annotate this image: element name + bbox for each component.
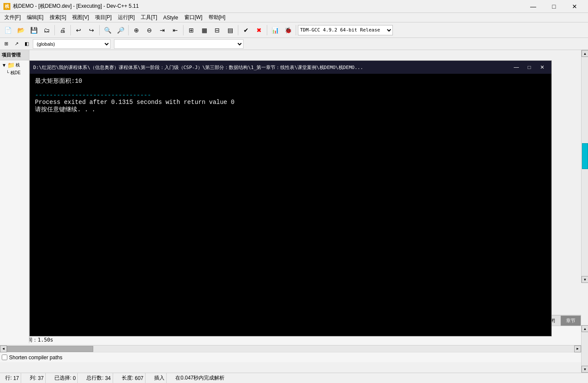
status-sel-label: 已选择: xyxy=(54,374,71,382)
check-icon: ✔ xyxy=(243,27,249,34)
sep2 xyxy=(70,25,71,35)
status-parse-text: 在0.047秒内完成解析 xyxy=(175,374,224,382)
status-total-value: 34 xyxy=(105,375,111,381)
tree-root-label: 栈 xyxy=(16,62,20,68)
project-manager-label: 项目管理 xyxy=(2,52,21,58)
redo-icon: ↪ xyxy=(89,27,94,34)
find-next-button[interactable]: 🔎 xyxy=(114,24,126,36)
title-bar: 栈 栈DEMO - [栈DEMO.dev] - [Executing] - De… xyxy=(0,0,588,13)
print-icon: 🖨 xyxy=(60,27,66,34)
view4-button[interactable]: ▤ xyxy=(224,24,236,36)
tab-chapter[interactable]: 章节 xyxy=(561,316,581,326)
stop-button[interactable]: ✖ xyxy=(253,24,265,36)
menu-item-运行[R][interactable]: 运行[R] xyxy=(115,13,137,22)
scope-select[interactable]: (globals) xyxy=(33,39,111,49)
hscroll-right-button[interactable]: ► xyxy=(574,345,581,352)
hscroll-thumb[interactable] xyxy=(7,346,93,352)
vscroll-down-button[interactable]: ▼ xyxy=(582,276,588,283)
save-all-button[interactable]: 🗂 xyxy=(41,24,53,36)
outdent-button[interactable]: ⇤ xyxy=(169,24,181,36)
undo-button[interactable]: ↩ xyxy=(73,24,85,36)
zoom-in-button[interactable]: ⊕ xyxy=(130,24,142,36)
tree-child-1[interactable]: └ 栈DE xyxy=(6,69,28,77)
minimize-button[interactable]: — xyxy=(523,0,543,13)
save-button[interactable]: 💾 xyxy=(28,24,40,36)
menu-item-编辑[E][interactable]: 编辑[E] xyxy=(24,13,46,22)
console-close-button[interactable]: ✕ xyxy=(537,63,548,72)
menu-item-视图[V][interactable]: 视图[V] xyxy=(70,13,92,22)
menu-item-窗口[W][interactable]: 窗口[W] xyxy=(182,13,205,22)
zoom-out-button[interactable]: ⊖ xyxy=(143,24,155,36)
chart-button[interactable]: 📊 xyxy=(269,24,281,36)
status-len-label: 长度: xyxy=(122,374,133,382)
menu-item-帮助[H][interactable]: 帮助[H] xyxy=(206,13,228,22)
tree-children: └ 栈DE xyxy=(1,69,28,103)
zoom-out-icon: ⊖ xyxy=(147,27,152,34)
vscroll-up-button[interactable]: ▲ xyxy=(582,50,588,57)
status-total: 总行数: 34 xyxy=(85,373,113,383)
console-window: D:\红泥巴\我的课程体系\（信息奥赛）课程体系\第一阶段：入门级（CSP-J）… xyxy=(29,60,552,336)
tree-child-6[interactable] xyxy=(6,97,28,103)
view1-button[interactable]: ⊞ xyxy=(185,24,197,36)
tree-child-4[interactable] xyxy=(6,87,28,92)
vscroll-track xyxy=(582,57,588,276)
menu-item-项目[P][interactable]: 项目[P] xyxy=(92,13,114,22)
console-minimize-button[interactable]: — xyxy=(511,63,522,72)
check-button[interactable]: ✔ xyxy=(240,24,252,36)
sep6 xyxy=(238,25,238,35)
compiler-select[interactable]: TDM-GCC 4.9.2 64-bit Release xyxy=(298,25,393,35)
project-tree-panel: ▼ 📁 栈 └ 栈DE xyxy=(0,60,29,343)
menu-item-搜索[S][interactable]: 搜索[S] xyxy=(47,13,69,22)
code-fold-button[interactable]: ⊞ xyxy=(2,40,10,48)
new-button[interactable]: 📄 xyxy=(2,24,14,36)
view1-icon: ⊞ xyxy=(189,27,194,34)
hscroll-left-button[interactable]: ◄ xyxy=(0,345,7,352)
project-manager-tab[interactable]: 项目管理 xyxy=(0,50,29,60)
maximize-button[interactable]: □ xyxy=(544,0,564,13)
tree-root[interactable]: ▼ 📁 栈 xyxy=(1,61,28,69)
status-row-label: 行: xyxy=(5,374,12,382)
console-title: D:\红泥巴\我的课程体系\（信息奥赛）课程体系\第一阶段：入门级（CSP-J）… xyxy=(33,64,363,71)
find-button[interactable]: 🔍 xyxy=(101,24,114,36)
open-button[interactable]: 📂 xyxy=(15,24,27,36)
bvscroll-up-button[interactable]: ▲ xyxy=(582,325,588,332)
tree-child-3[interactable] xyxy=(6,82,28,87)
scope-button[interactable]: ◧ xyxy=(22,40,31,48)
shorten-paths-checkbox[interactable] xyxy=(2,355,7,360)
close-button[interactable]: ✕ xyxy=(565,0,585,13)
tree-expand-icon: ▼ xyxy=(2,63,6,68)
tree-child-5[interactable] xyxy=(6,92,28,97)
indent-button[interactable]: ⇥ xyxy=(156,24,168,36)
redo-button[interactable]: ↪ xyxy=(85,24,98,36)
status-col-value: 37 xyxy=(38,375,44,381)
find-next-icon: 🔎 xyxy=(117,27,124,34)
status-total-label: 总行数: xyxy=(86,374,103,382)
status-row: 行: 17 xyxy=(3,373,21,383)
menu-bar: 文件[F]编辑[E]搜索[S]视图[V]项目[P]运行[R]工具[T]AStyl… xyxy=(0,13,588,22)
print-button[interactable]: 🖨 xyxy=(57,24,69,36)
menu-item-文件[F][interactable]: 文件[F] xyxy=(2,13,23,22)
tree-child-2[interactable] xyxy=(6,77,28,82)
debug-button[interactable]: 🐞 xyxy=(282,24,294,36)
console-line-4: Process exited after 0.1315 seconds with… xyxy=(35,99,546,106)
build-line-2: － 编译时间：1.50s xyxy=(3,336,578,344)
status-len: 长度: 607 xyxy=(120,373,146,383)
console-maximize-button[interactable]: □ xyxy=(524,63,535,72)
hscroll-track xyxy=(7,345,574,352)
view3-button[interactable]: ⊟ xyxy=(211,24,223,36)
symbol-select[interactable] xyxy=(114,39,243,49)
toolbar2: ⊞ ↗ ◧ (globals) xyxy=(0,38,588,50)
status-col: 列: 37 xyxy=(28,373,46,383)
console-line-1: 最大矩形面积:10 xyxy=(35,77,546,85)
right-vscroll: ▲ ▼ xyxy=(581,50,588,283)
vscroll-thumb[interactable] xyxy=(582,143,588,169)
status-bar: 行: 17 列: 37 已选择: 0 总行数: 34 长度: 607 插入 在0… xyxy=(0,373,588,383)
view2-button[interactable]: ▦ xyxy=(198,24,210,36)
title-left: 栈 栈DEMO - [栈DEMO.dev] - [Executing] - De… xyxy=(3,3,139,10)
bvscroll-down-button[interactable]: ▼ xyxy=(582,366,588,373)
menu-item-工具[T][interactable]: 工具[T] xyxy=(138,13,160,22)
goto-button[interactable]: ↗ xyxy=(12,40,21,48)
console-line-3: -------------------------------- xyxy=(35,92,546,99)
status-row-value: 17 xyxy=(13,375,19,381)
menu-item-AStyle[interactable]: AStyle xyxy=(161,14,181,22)
